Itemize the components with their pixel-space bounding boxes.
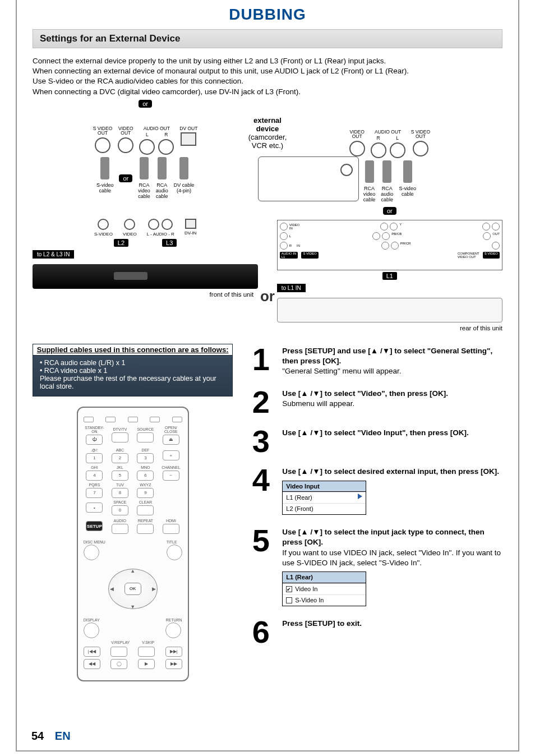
remote-dpad: OK ▲▼◀▶ (102, 564, 164, 614)
remote-keypad: .@/:1ABC2DEF3+GHI4JKL5MNO6CHANNEL−PQRS7T… (84, 448, 182, 515)
supplied-heading: Supplied cables used in this connection … (33, 344, 232, 356)
step-4: 4 Use [▲ /▼] to select desired external … (247, 467, 502, 515)
to-l2-l3-in-badge: to L2 & L3 IN (33, 250, 74, 259)
step-2: 2 Use [▲ /▼] to select "Video", then pre… (247, 389, 502, 416)
cable-row-right: RCA video cable RCA audio cable S-video … (277, 160, 502, 203)
supplied-item: • RCA video cable x 1 (40, 367, 225, 375)
center-or-label: or (260, 288, 275, 305)
front-caption: front of this unit (33, 291, 258, 298)
port-audio-r: R (158, 132, 174, 155)
remote-key: GHI4 (84, 465, 106, 481)
intro-line: When connecting an external device of mo… (33, 66, 502, 76)
page-frame: DUBBING Settings for an External Device … (16, 0, 519, 752)
port-svideo-out-r: S VIDEO OUT (411, 130, 430, 156)
cable-rca-audio-r: RCA audio cable (381, 160, 393, 203)
cable-svideo: S-video cable (96, 157, 114, 200)
front-jack-video: VIDEO (123, 219, 137, 237)
unit-rear-illustration (277, 298, 502, 322)
remote-key: + (160, 450, 182, 460)
remote-key: • (84, 503, 106, 513)
remote-key: CLEAR (135, 500, 157, 515)
checkbox-unchecked-icon (286, 597, 292, 603)
jack-group-l3: L3 (162, 239, 177, 247)
front-connection-panel: or S VIDEO OUT VIDEO OUT AUDIO OUT L (33, 105, 258, 331)
rear-connection-panel: VIDEO OUT AUDIO OUT R L S VIDEO OUT (277, 105, 502, 331)
connection-diagram: or S VIDEO OUT VIDEO OUT AUDIO OUT L (33, 105, 502, 331)
port-audio-l: L (139, 132, 155, 155)
intro-line: When connecting a DVC (digital video cam… (33, 87, 502, 97)
to-l1-in-badge: to L1 IN (277, 284, 306, 292)
remote-setup-button: SETUP (86, 521, 103, 531)
intro-text: Connect the external device properly to … (33, 56, 502, 97)
front-jack-audio-lr: L - AUDIO - R (147, 219, 174, 237)
front-jack-svideo: S-VIDEO (94, 219, 113, 237)
remote-key: .@/:1 (84, 448, 106, 463)
remote-key: ABC2 (109, 448, 131, 463)
port-audio-out-group-r: AUDIO OUT R L (371, 130, 405, 158)
osd-l1-rear: L1 (Rear) Video In S-Video In (282, 571, 366, 606)
jack-group-l2: L2 (114, 239, 128, 247)
remote-key: DEF3 (135, 448, 157, 463)
intro-line: Connect the external device properly to … (33, 56, 502, 66)
remote-key: WXYZ9 (135, 483, 157, 498)
rear-caption: rear of this unit (277, 325, 502, 331)
or-badge-top-left: or (139, 100, 152, 108)
section-heading: Settings for an External Device (33, 29, 502, 48)
cable-row-left: S-video cable or RCA video cable RCA aud… (33, 157, 258, 200)
step-1: 1 Press [SETUP] and use [▲ /▼] to select… (247, 346, 502, 377)
cable-svideo-r: S-video cable (399, 160, 416, 203)
remote-key: SPACE0 (109, 500, 131, 515)
remote-key: TUV8 (109, 483, 131, 498)
jack-group-l1: L1 (382, 272, 397, 280)
checkbox-checked-icon (286, 586, 292, 592)
cable-rca-video-r: RCA video cable (363, 160, 376, 203)
remote-key: JKL5 (109, 465, 131, 481)
remote-key: PQRS7 (84, 483, 106, 498)
port-dv-out: DV OUT (179, 126, 197, 146)
cable-rca-video: RCA video cable (138, 157, 150, 200)
supplied-cables-box: Supplied cables used in this connection … (33, 344, 233, 397)
cable-dv: DV cable (4-pin) (174, 157, 195, 200)
port-svideo-out: S VIDEO OUT (93, 126, 112, 153)
page-lang: EN (55, 730, 71, 742)
front-jack-dvin: DV-IN (185, 219, 196, 237)
page-title: DUBBING (33, 6, 502, 24)
port-video-out-r: VIDEO OUT (349, 130, 365, 156)
unit-front-illustration (33, 264, 258, 289)
page-footer: 54 EN (31, 730, 71, 743)
remote-illustration: STANDBY-ON⏻ DTV/TV SOURCE OPEN/ CLOSE⏏ .… (77, 407, 189, 681)
lower-section: Supplied cables used in this connection … (33, 344, 502, 681)
step-6: 6 Press [SETUP] to exit. (247, 619, 502, 646)
osd-video-input: Video Input L1 (Rear) L2 (Front) (282, 481, 366, 515)
rear-panel-illustration: VIDEO IN Y L PB/CB (277, 220, 502, 270)
steps-list: 1 Press [SETUP] and use [▲ /▼] to select… (247, 346, 502, 646)
page-number: 54 (31, 730, 44, 742)
ext-device-outputs-right: VIDEO OUT AUDIO OUT R L S VIDEO OUT (277, 130, 502, 158)
step-5: 5 Use [▲ /▼] to select the input jack ty… (247, 527, 502, 606)
cable-rca-audio: RCA audio cable (156, 157, 168, 200)
remote-key: CHANNEL− (160, 465, 182, 481)
supplied-item: • RCA audio cable (L/R) x 1 (40, 359, 225, 367)
intro-line: Use S-video or the RCA audio/video cable… (33, 76, 502, 86)
or-badge-right-cables: or (383, 207, 396, 215)
supplied-note: Please purchase the rest of the necessar… (40, 375, 225, 390)
ext-device-outputs-left: S VIDEO OUT VIDEO OUT AUDIO OUT L (33, 126, 258, 155)
triangle-right-icon (358, 494, 362, 499)
port-audio-out-group: AUDIO OUT L R (139, 126, 174, 155)
remote-key: MNO6 (135, 465, 157, 481)
step-3: 3 Use [▲ /▼] to select "Video Input", th… (247, 428, 502, 455)
or-badge-left-cables: or (119, 174, 132, 182)
port-video-out: VIDEO OUT (118, 126, 133, 153)
